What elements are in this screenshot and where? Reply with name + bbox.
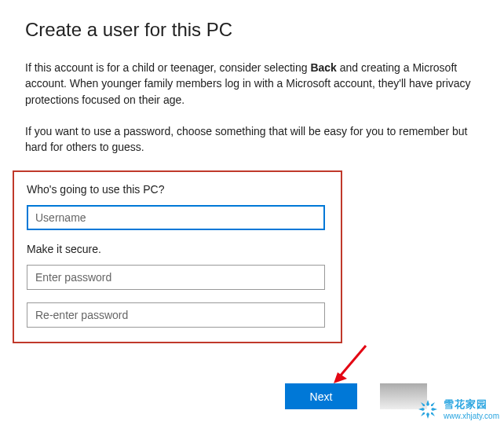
username-input[interactable] <box>27 205 325 230</box>
svg-marker-7 <box>431 402 435 406</box>
intro1-back-word: Back <box>310 61 336 74</box>
intro-paragraph-1: If this account is for a child or teenag… <box>25 60 479 108</box>
snowflake-icon <box>417 398 439 420</box>
svg-marker-8 <box>421 412 425 416</box>
intro1-a: If this account is for a child or teenag… <box>25 61 310 74</box>
page-title: Create a user for this PC <box>25 19 479 41</box>
svg-line-0 <box>339 346 366 377</box>
reenter-password-input[interactable] <box>27 302 325 328</box>
watermark-text-cn: 雪花家园 <box>444 398 499 412</box>
watermark-text-url: www.xhjaty.com <box>444 412 499 420</box>
watermark: 雪花家园 www.xhjaty.com <box>417 398 499 420</box>
intro-paragraph-2: If you want to use a password, choose so… <box>25 123 479 156</box>
svg-marker-6 <box>421 402 425 406</box>
password-input[interactable] <box>27 265 325 290</box>
svg-marker-5 <box>431 408 437 411</box>
next-button[interactable]: Next <box>285 383 357 409</box>
annotation-arrow-icon <box>331 341 371 388</box>
svg-marker-3 <box>426 412 429 419</box>
who-label: Who's going to use this PC? <box>27 183 328 196</box>
svg-marker-1 <box>334 372 347 383</box>
highlight-box: Who's going to use this PC? Make it secu… <box>13 170 342 343</box>
svg-marker-2 <box>426 400 429 406</box>
secure-label: Make it secure. <box>27 243 328 255</box>
svg-marker-9 <box>431 412 435 416</box>
svg-marker-4 <box>418 408 425 411</box>
